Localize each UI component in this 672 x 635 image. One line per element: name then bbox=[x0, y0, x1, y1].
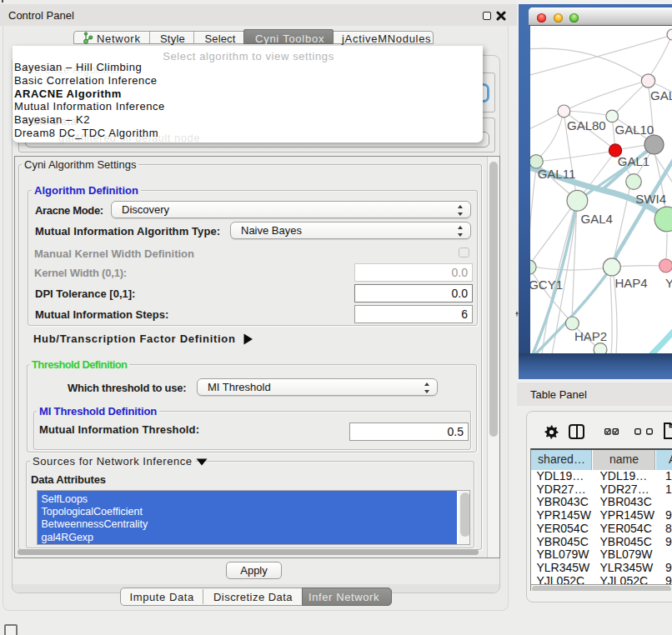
svg-text:GAL10: GAL10 bbox=[615, 122, 654, 137]
svg-text:GAL11: GAL11 bbox=[538, 167, 576, 181]
svg-text:GAL80: GAL80 bbox=[567, 118, 606, 132]
svg-text:GAL1: GAL1 bbox=[618, 154, 649, 168]
svg-text:GCY1: GCY1 bbox=[530, 278, 563, 292]
svg-text:SWI4: SWI4 bbox=[635, 192, 666, 206]
svg-text:GAL: GAL bbox=[650, 88, 672, 102]
svg-text:HAP2: HAP2 bbox=[574, 329, 607, 343]
svg-text:HAP4: HAP4 bbox=[615, 276, 648, 290]
svg-text:GAL4: GAL4 bbox=[581, 212, 613, 226]
svg-text:Y: Y bbox=[665, 276, 672, 290]
